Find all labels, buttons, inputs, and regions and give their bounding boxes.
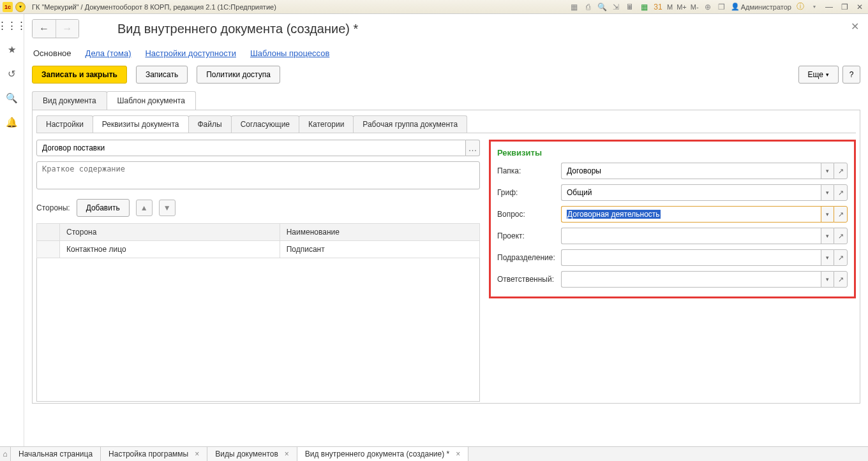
navlink-access[interactable]: Настройки доступности [145,48,236,58]
toolbar-save-icon[interactable]: ▦ [569,2,579,12]
bottom-tab-start[interactable]: Начальная страница [11,447,101,461]
question-label: Вопрос: [497,210,561,219]
save-button[interactable]: Записать [136,66,188,84]
navlink-templates[interactable]: Шаблоны процессов [250,48,329,58]
resp-input[interactable] [561,271,821,288]
sidebar-search-icon[interactable]: 🔍 [6,92,19,105]
question-input[interactable]: Договорная деятельность [561,206,821,223]
resp-dropdown-icon[interactable]: ▾ [821,271,834,288]
save-close-button[interactable]: Записать и закрыть [32,66,127,84]
navlink-main[interactable]: Основное [33,48,71,58]
sides-add-button[interactable]: Добавить [77,199,130,217]
chevron-down-icon: ▾ [826,71,829,78]
more-button[interactable]: Еще▾ [798,66,839,84]
toolbar-print-icon[interactable]: ⎙ [583,2,593,12]
folder-input[interactable] [561,163,821,179]
navlink-dela[interactable]: Дела (тома) [86,48,131,58]
project-open-icon[interactable]: ↗ [834,228,848,244]
title-bar: 1c ▾ ГК "Меркурий" / Документооборот 8 К… [0,0,868,14]
sides-down-button[interactable]: ▼ [159,200,176,216]
table-row[interactable]: Контактное лицо Подписант [37,241,480,258]
tab-close-icon[interactable]: × [195,450,199,458]
toolbar-preview-icon[interactable]: 🔍 [597,2,607,12]
doc-name-input[interactable] [36,140,466,156]
nav-history-buttons: ← → [32,19,79,38]
question-dropdown-icon[interactable]: ▾ [821,206,834,223]
app-icon: 1c [3,2,13,12]
cell-name[interactable]: Подписант [280,241,479,258]
grif-input[interactable] [561,184,821,201]
dept-open-icon[interactable]: ↗ [834,249,848,266]
toolbar-compare-icon[interactable]: ⇲ [611,2,621,12]
bottom-tab-label: Виды документов [215,450,278,458]
sides-up-button[interactable]: ▲ [136,200,153,216]
grif-open-icon[interactable]: ↗ [834,184,848,201]
bottom-tab-label: Настройка программы [108,450,188,458]
tab1-template[interactable]: Шаблон документа [107,91,196,110]
content-area: ← → Вид внутреннего документа (создание)… [24,14,868,446]
sidebar: ⋮⋮⋮ ★ ↺ 🔍 🔔 [0,14,24,446]
tab2-rekv[interactable]: Реквизиты документа [93,115,189,133]
cell-side[interactable]: Контактное лицо [60,241,280,258]
home-icon[interactable]: ⌂ [0,447,11,461]
folder-open-icon[interactable]: ↗ [834,163,848,179]
nav-forward-button[interactable]: → [56,20,79,38]
dept-dropdown-icon[interactable]: ▾ [821,249,834,266]
policies-button[interactable]: Политики доступа [197,66,280,84]
page-close-button[interactable]: ✕ [851,20,859,33]
tab-close-icon[interactable]: × [285,450,289,458]
nav-links: Основное Дела (тома) Настройки доступнос… [33,48,860,58]
help-button[interactable]: ? [842,66,860,84]
project-dropdown-icon[interactable]: ▾ [821,228,834,244]
bottom-tab-label: Вид внутреннего документа (создание) * [305,450,449,458]
toolbar-m-minus[interactable]: M- [691,3,699,11]
user-label[interactable]: 👤 Администратор [731,3,791,11]
rekv-title: Реквизиты [497,148,848,157]
tab2-settings[interactable]: Настройки [36,115,93,133]
toolbar-m-plus[interactable]: M+ [677,3,687,11]
folder-dropdown-icon[interactable]: ▾ [821,163,834,179]
sidebar-bell-icon[interactable]: 🔔 [6,116,19,129]
window-close-button[interactable]: ✕ [854,2,865,12]
question-open-icon[interactable]: ↗ [834,206,848,223]
dept-label: Подразделение: [497,253,561,262]
toolbar-calc-icon[interactable]: 🖩 [625,2,635,12]
col-name[interactable]: Наименование [280,224,479,241]
user-icon: 👤 [731,3,740,11]
toolbar-date-icon[interactable]: 31 [653,2,663,12]
tab2-approvers[interactable]: Согласующие [231,115,299,133]
toolbar-calendar-icon[interactable]: ▦ [639,2,649,12]
grif-dropdown-icon[interactable]: ▾ [821,184,834,201]
doc-name-open-button[interactable]: … [466,140,480,156]
col-side[interactable]: Сторона [60,224,280,241]
dept-input[interactable] [561,249,821,266]
tab-close-icon[interactable]: × [456,450,460,458]
toolbar-zoom-icon[interactable]: ⊕ [703,2,713,12]
summary-textarea[interactable] [36,161,480,189]
sidebar-history-icon[interactable]: ↺ [6,68,19,80]
bottom-tab-settings[interactable]: Настройка программы× [101,447,207,461]
sidebar-apps-icon[interactable]: ⋮⋮⋮ [6,19,19,32]
user-name: Администратор [741,3,791,11]
bottom-tab-doc-types[interactable]: Виды документов× [207,447,297,461]
folder-label: Папка: [497,166,561,175]
project-input[interactable] [561,228,821,244]
window-restore-button[interactable]: ❐ [839,2,850,12]
toolbar-info-icon[interactable]: ⓘ [795,2,805,12]
title-dropdown-icon[interactable]: ▾ [15,2,26,12]
toolbar-m[interactable]: M [667,3,673,11]
toolbar-info-dd-icon[interactable]: ▾ [809,2,819,12]
toolbar-windows-icon[interactable]: ❐ [717,2,727,12]
sidebar-star-icon[interactable]: ★ [6,43,19,56]
tab2-files[interactable]: Файлы [188,115,232,133]
nav-back-button[interactable]: ← [33,20,56,38]
rekv-panel: Реквизиты Папка: ▾ ↗ Гриф: [489,140,856,298]
resp-open-icon[interactable]: ↗ [834,271,848,288]
window-minimize-button[interactable]: — [823,2,835,12]
col-num [37,224,60,241]
tab2-categories[interactable]: Категории [299,115,354,133]
page-title: Вид внутреннего документа (создание) * [117,22,358,36]
tab1-doc-type[interactable]: Вид документа [32,91,107,110]
tab2-workgroup[interactable]: Рабочая группа документа [353,115,467,133]
bottom-tab-current[interactable]: Вид внутреннего документа (создание) *× [297,447,468,461]
